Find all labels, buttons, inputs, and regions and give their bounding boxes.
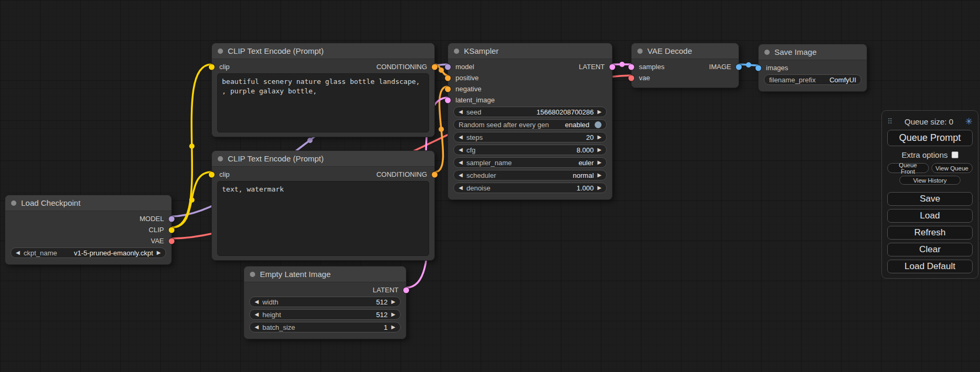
node-graph-canvas[interactable]: Load Checkpoint MODEL CLIP VAE ◀ ckpt_na… [0,0,980,372]
toggle-icon[interactable] [595,121,601,128]
drag-handle-icon[interactable]: ⠿ [887,117,892,126]
decrement-arrow-icon[interactable]: ◀ [459,173,463,178]
widget-scheduler[interactable]: ◀ scheduler normal ▶ [453,170,607,180]
node-title-bar[interactable]: Load Checkpoint [5,195,171,211]
node-empty-latent-image[interactable]: Empty Latent Image LATENT ◀ width 512 ▶ … [244,266,406,339]
collapse-dot-icon[interactable] [11,201,16,206]
increment-arrow-icon[interactable]: ▶ [597,185,601,190]
decrement-arrow-icon[interactable]: ◀ [255,312,259,317]
port-samples-input[interactable] [628,64,634,70]
port-positive-input[interactable] [445,75,451,81]
port-image-output[interactable] [736,64,742,70]
widget-seed[interactable]: ◀ seed 156680208700286 ▶ [453,107,607,117]
slot-label-positive: positive [455,74,479,82]
port-model-output[interactable] [169,216,174,222]
decrement-arrow-icon[interactable]: ◀ [459,135,463,140]
node-load-checkpoint[interactable]: Load Checkpoint MODEL CLIP VAE ◀ ckpt_na… [5,195,172,265]
port-conditioning-output[interactable] [432,64,438,70]
node-title-bar[interactable]: CLIP Text Encode (Prompt) [212,43,434,59]
queue-front-button[interactable]: Queue Front [887,163,929,173]
node-save-image[interactable]: Save Image images filename_prefix ComfyU… [758,44,867,92]
widget-batch-size[interactable]: ◀ batch_size 1 ▶ [249,322,401,332]
port-latent-output[interactable] [403,287,409,293]
increment-arrow-icon[interactable]: ▶ [391,312,395,317]
decrement-arrow-icon[interactable]: ◀ [255,299,259,304]
slot-label-clip: CLIP [149,226,164,234]
port-vae-input[interactable] [628,75,634,81]
increment-arrow-icon[interactable]: ▶ [157,250,161,255]
increment-arrow-icon[interactable]: ▶ [391,299,395,304]
load-button[interactable]: Load [887,209,973,223]
port-clip-output[interactable] [169,227,174,233]
save-button[interactable]: Save [887,192,973,206]
slot-label-clip: clip [219,170,230,178]
increment-arrow-icon[interactable]: ▶ [597,135,601,140]
port-clip-input[interactable] [209,171,215,177]
increment-arrow-icon[interactable]: ▶ [391,325,395,330]
view-history-button[interactable]: View History [899,176,961,185]
widget-value: ComfyUI [829,76,856,84]
node-title-bar[interactable]: KSampler [448,43,612,59]
refresh-button[interactable]: Refresh [887,226,973,240]
collapse-dot-icon[interactable] [218,49,223,54]
collapse-dot-icon[interactable] [764,50,770,55]
decrement-arrow-icon[interactable]: ◀ [459,160,463,165]
positive-prompt-textarea[interactable]: beautiful scenery nature glass bottle la… [217,73,429,132]
decrement-arrow-icon[interactable]: ◀ [459,109,463,115]
widget-random-seed-toggle[interactable]: Random seed after every gen enabled [453,119,607,130]
widget-steps[interactable]: ◀ steps 20 ▶ [453,132,607,142]
slot-row: VAE [5,235,171,246]
port-negative-input[interactable] [445,86,451,92]
node-title-bar[interactable]: CLIP Text Encode (Prompt) [212,151,434,167]
collapse-dot-icon[interactable] [250,272,255,277]
widget-width[interactable]: ◀ width 512 ▶ [249,297,401,307]
wire-midpoint-dot [189,144,195,149]
port-clip-input[interactable] [209,64,215,70]
slot-label-image: IMAGE [709,63,731,71]
port-conditioning-output[interactable] [432,171,438,177]
load-default-button[interactable]: Load Default [887,260,973,273]
port-latent-output[interactable] [609,64,615,70]
port-vae-output[interactable] [169,238,174,244]
increment-arrow-icon[interactable]: ▶ [597,173,601,178]
node-title-bar[interactable]: Save Image [759,44,867,60]
queue-size-label: Queue size: 0 [892,117,965,126]
widget-label: cfg [467,146,476,154]
extra-options-label: Extra options [901,150,948,159]
widget-filename-prefix[interactable]: filename_prefix ComfyUI [764,74,861,85]
node-clip-text-encode-positive[interactable]: CLIP Text Encode (Prompt) clip CONDITION… [211,43,435,137]
widget-cfg[interactable]: ◀ cfg 8.000 ▶ [453,145,607,155]
node-title-bar[interactable]: Empty Latent Image [244,266,406,282]
increment-arrow-icon[interactable]: ▶ [597,147,601,152]
queue-prompt-button[interactable]: Queue Prompt [887,130,973,146]
collapse-dot-icon[interactable] [637,49,643,54]
negative-prompt-textarea[interactable]: text, watermark [217,181,429,256]
port-latent-image-input[interactable] [445,97,451,103]
widget-height[interactable]: ◀ height 512 ▶ [249,309,401,320]
wire-midpoint-dot [619,62,625,67]
node-vae-decode[interactable]: VAE Decode samples IMAGE vae [631,43,739,88]
widget-ckpt-name[interactable]: ◀ ckpt_name v1-5-pruned-emaonly.ckpt ▶ [11,247,166,258]
widget-denoise[interactable]: ◀ denoise 1.000 ▶ [453,183,607,193]
decrement-arrow-icon[interactable]: ◀ [255,325,259,330]
clear-button[interactable]: Clear [887,243,973,256]
node-title-bar[interactable]: VAE Decode [632,43,739,59]
collapse-dot-icon[interactable] [454,49,459,54]
increment-arrow-icon[interactable]: ▶ [597,109,601,115]
decrement-arrow-icon[interactable]: ◀ [459,147,463,152]
extra-options-checkbox[interactable] [952,151,958,158]
view-queue-button[interactable]: View Queue [932,163,973,173]
widget-label: height [263,311,281,319]
increment-arrow-icon[interactable]: ▶ [597,160,601,165]
node-ksampler[interactable]: KSampler model LATENT positive negative … [448,43,613,200]
node-clip-text-encode-negative[interactable]: CLIP Text Encode (Prompt) clip CONDITION… [211,150,435,261]
settings-gear-icon[interactable]: ✳ [965,117,973,126]
collapse-dot-icon[interactable] [218,156,223,161]
decrement-arrow-icon[interactable]: ◀ [459,185,463,190]
port-images-input[interactable] [755,65,761,71]
widget-sampler-name[interactable]: ◀ sampler_name euler ▶ [453,157,607,168]
widget-value: normal [573,171,594,179]
port-model-input[interactable] [445,64,451,70]
widget-value: 512 [376,298,388,306]
decrement-arrow-icon[interactable]: ◀ [16,250,20,255]
